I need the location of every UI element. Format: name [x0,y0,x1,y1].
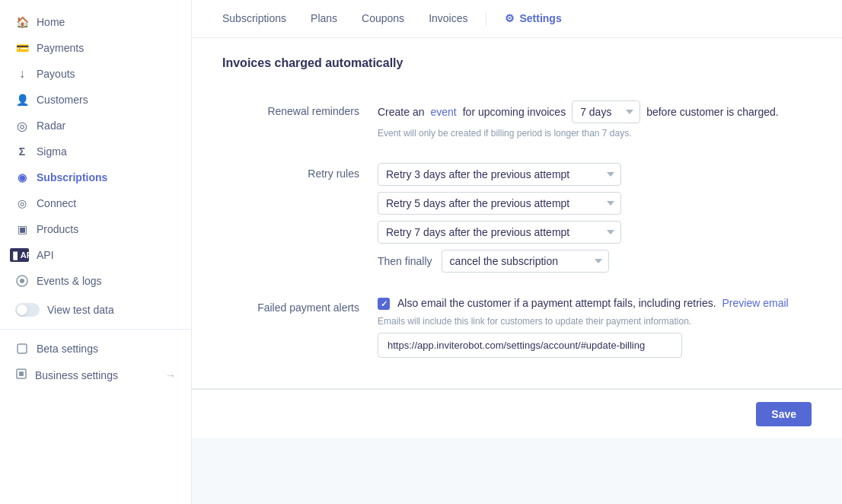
alert-content: Also email the customer if a payment att… [397,297,789,309]
test-data-switch[interactable] [15,303,40,317]
renewal-reminders-field: Create an event for upcoming invoices 1 … [378,100,812,139]
gear-icon: ⚙ [505,12,515,24]
failed-payment-label: Failed payment alerts [222,297,359,314]
retry-select-1[interactable]: Retry 1 days after the previous attempt … [378,163,621,186]
sidebar-item-events[interactable]: Events & logs [0,268,191,294]
sidebar-item-payments-label: Payments [37,42,84,54]
payment-url-input[interactable] [378,333,682,358]
customers-icon [15,93,29,107]
beta-icon [15,342,29,356]
then-finally-select[interactable]: cancel the subscription leave the subscr… [442,250,609,273]
renewal-reminders-label: Renewal reminders [222,100,359,117]
sidebar-item-subscriptions[interactable]: Subscriptions [0,164,191,190]
sidebar-item-subscriptions-label: Subscriptions [37,171,107,183]
payouts-icon [15,67,29,81]
svg-rect-2 [18,344,27,353]
then-finally-label: Then finally [378,255,432,267]
renewal-hint: Event will only be created if billing pe… [378,128,812,139]
renewal-middle: for upcoming invoices [463,106,566,118]
nav-subscriptions[interactable]: Subscriptions [210,2,298,37]
renewal-days-select[interactable]: 1 day 3 days 5 days 7 days 10 days 14 da… [572,100,640,123]
alert-text: Also email the customer if a payment att… [397,297,716,309]
sidebar-item-home-label: Home [37,16,65,28]
form-section: Renewal reminders Create an event for up… [222,88,812,370]
sidebar-item-beta[interactable]: Beta settings [0,336,191,362]
api-icon: API [15,248,29,262]
sidebar-item-customers[interactable]: Customers [0,87,191,113]
subscriptions-icon [15,171,29,184]
nav-coupons[interactable]: Coupons [349,2,416,37]
renewal-suffix: before customer is charged. [646,106,779,118]
main-content: Subscriptions Plans Coupons Invoices ⚙ S… [192,0,842,504]
sidebar-item-api[interactable]: API API [0,242,191,268]
nav-divider [486,11,486,27]
sidebar-item-radar-label: Radar [37,120,65,132]
sidebar-item-connect[interactable]: Connect [0,190,191,216]
sidebar-item-radar[interactable]: Radar [0,113,191,139]
nav-plans[interactable]: Plans [298,2,349,37]
page-content: Invoices charged automatically Renewal r… [192,38,842,504]
test-data-label: View test data [47,304,114,316]
renewal-prefix: Create an [378,106,424,118]
retry-selects: Retry 1 days after the previous attempt … [378,163,812,244]
card-footer: Save [192,389,842,439]
then-finally-row: Then finally cancel the subscription lea… [378,250,812,273]
sidebar-item-sigma-label: Sigma [37,145,67,158]
preview-email-link[interactable]: Preview email [722,297,789,309]
sidebar-item-sigma[interactable]: Sigma [0,139,191,164]
section-title: Invoices charged automatically [222,56,812,70]
nav-settings[interactable]: ⚙ Settings [493,2,573,37]
sidebar: Home Payments Payouts Customers Radar Si… [0,0,192,504]
renewal-reminders-row: Renewal reminders Create an event for up… [222,88,812,151]
alert-row: Also email the customer if a payment att… [378,297,812,310]
payment-url-hint: Emails will include this link for custom… [378,316,812,327]
products-icon [15,222,29,236]
failed-payment-row: Failed payment alerts Also email the cus… [222,285,812,370]
sidebar-item-business[interactable]: Business settings → [0,362,191,388]
sidebar-item-payouts[interactable]: Payouts [0,61,191,87]
sidebar-item-customers-label: Customers [37,94,88,106]
failed-payment-field: Also email the customer if a payment att… [378,297,812,358]
sidebar-item-api-label: API [37,249,54,261]
retry-select-2[interactable]: Retry 1 days after the previous attempt … [378,192,621,215]
sidebar-item-events-label: Events & logs [37,275,102,287]
top-navigation: Subscriptions Plans Coupons Invoices ⚙ S… [192,0,842,38]
chevron-right-icon: → [165,369,176,381]
sidebar-item-payments[interactable]: Payments [0,35,191,61]
renewal-inline: Create an event for upcoming invoices 1 … [378,100,812,123]
event-link[interactable]: event [430,106,456,118]
connect-icon [15,196,29,210]
retry-rules-label: Retry rules [222,163,359,180]
sidebar-item-products[interactable]: Products [0,216,191,242]
settings-card: Invoices charged automatically Renewal r… [192,38,842,389]
payments-icon [15,41,29,55]
sidebar-item-business-label: Business settings [35,369,118,381]
save-button[interactable]: Save [756,402,812,426]
home-icon [15,15,29,29]
business-icon [15,368,27,382]
retry-rules-row: Retry rules Retry 1 days after the previ… [222,151,812,285]
svg-point-1 [20,279,24,283]
sidebar-item-beta-label: Beta settings [37,343,98,355]
sidebar-item-home[interactable]: Home [0,9,191,35]
sigma-icon [15,145,29,158]
svg-rect-4 [19,372,24,376]
events-icon [15,274,29,288]
retry-rules-field: Retry 1 days after the previous attempt … [378,163,812,273]
sidebar-item-payouts-label: Payouts [37,68,75,80]
nav-invoices[interactable]: Invoices [416,2,480,37]
sidebar-item-connect-label: Connect [37,197,76,209]
view-test-data-toggle[interactable]: View test data [0,297,191,323]
radar-icon [15,119,29,132]
failed-alerts-checkbox[interactable] [378,298,390,310]
retry-select-3[interactable]: Retry 1 days after the previous attempt … [378,221,621,244]
sidebar-item-products-label: Products [37,223,78,235]
